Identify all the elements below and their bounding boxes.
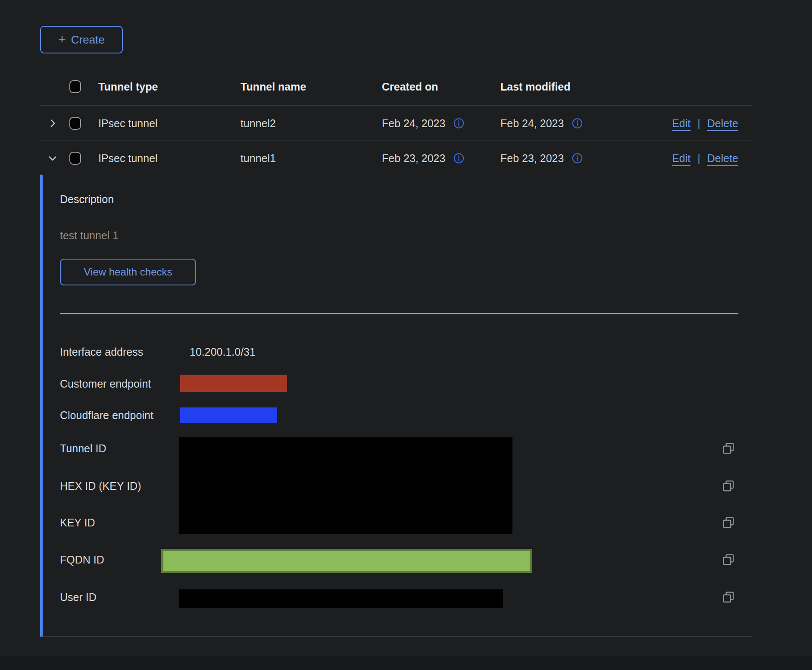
copy-icon (721, 479, 735, 493)
copy-icon (721, 516, 735, 529)
expanded-tunnel-details: Description test tunnel 1 View health ch… (40, 175, 752, 637)
created-on-value: Feb 24, 2023 (382, 117, 445, 129)
customer-endpoint-redacted-value (180, 375, 287, 392)
copy-icon (721, 590, 735, 604)
cloudflare-endpoint-redacted-value (180, 407, 277, 423)
column-header-tunnel-type: Tunnel type (98, 81, 158, 93)
column-header-created-on: Created on (382, 81, 438, 93)
info-icon[interactable] (453, 153, 465, 164)
info-icon[interactable] (453, 117, 465, 129)
customer-endpoint-label: Customer endpoint (60, 378, 151, 390)
copy-fqdn-id-button[interactable] (721, 553, 735, 567)
chevron-down-icon (47, 153, 58, 164)
fqdn-id-redacted-value (161, 549, 532, 573)
interface-address-value: 10.200.1.0/31 (190, 346, 256, 358)
cloudflare-endpoint-label: Cloudflare endpoint (60, 409, 153, 422)
interface-address-label: Interface address (60, 346, 143, 358)
delete-link[interactable]: Delete (707, 117, 738, 129)
view-health-checks-button[interactable]: View health checks (60, 259, 196, 285)
edit-link[interactable]: Edit (672, 117, 690, 129)
actions-separator: | (697, 152, 700, 165)
tunnel-type-cell: IPsec tunnel (98, 152, 158, 165)
last-modified-value: Feb 24, 2023 (500, 117, 564, 129)
info-icon[interactable] (572, 153, 583, 164)
table-row: IPsec tunnel tunnel1 Feb 23, 2023 Feb 23… (40, 141, 752, 175)
tunnel-name-cell: tunnel2 (240, 117, 276, 129)
expand-row-button[interactable] (46, 117, 59, 130)
copy-key-id-button[interactable] (721, 516, 735, 529)
copy-user-id-button[interactable] (721, 590, 735, 604)
user-id-redacted-value (179, 589, 503, 608)
view-health-checks-label: View health checks (84, 266, 172, 278)
delete-link[interactable]: Delete (707, 152, 738, 165)
fqdn-id-label: FQDN ID (60, 554, 104, 566)
user-id-label: User ID (60, 591, 97, 604)
table-header-row: Tunnel type Tunnel name Created on Last … (40, 68, 752, 106)
bottom-edge-band (0, 656, 812, 670)
created-on-cell: Feb 24, 2023 (382, 117, 465, 129)
description-value: test tunnel 1 (60, 229, 119, 242)
created-on-cell: Feb 23, 2023 (382, 152, 465, 165)
select-all-checkbox[interactable] (69, 80, 81, 93)
divider (60, 313, 738, 314)
ids-redacted-value (179, 437, 512, 534)
created-on-value: Feb 23, 2023 (382, 152, 445, 165)
last-modified-value: Feb 23, 2023 (500, 152, 564, 165)
column-header-last-modified: Last modified (500, 81, 571, 93)
table-row: IPsec tunnel tunnel2 Feb 24, 2023 Feb 24… (40, 106, 752, 141)
column-header-tunnel-name: Tunnel name (240, 81, 306, 93)
info-icon[interactable] (572, 117, 583, 129)
last-modified-cell: Feb 24, 2023 (500, 117, 583, 129)
hex-id-label: HEX ID (KEY ID) (60, 480, 141, 492)
copy-icon (721, 553, 735, 567)
row-checkbox[interactable] (69, 152, 81, 165)
tunnel-type-cell: IPsec tunnel (98, 117, 158, 129)
last-modified-cell: Feb 23, 2023 (500, 152, 583, 165)
description-label: Description (60, 193, 114, 206)
edit-link[interactable]: Edit (672, 152, 690, 165)
tunnel-name-cell: tunnel1 (240, 152, 276, 165)
create-button-label: Create (71, 33, 105, 47)
tunnels-page: + Create Tunnel type Tunnel name Created… (0, 0, 812, 670)
copy-tunnel-id-button[interactable] (721, 441, 735, 455)
row-actions: Edit | Delete (672, 152, 738, 165)
create-button[interactable]: + Create (40, 26, 123, 53)
plus-icon: + (58, 33, 66, 46)
row-checkbox[interactable] (69, 117, 81, 130)
actions-separator: | (697, 117, 700, 129)
collapse-row-button[interactable] (46, 152, 59, 165)
row-actions: Edit | Delete (672, 117, 738, 129)
copy-icon (721, 441, 735, 455)
tunnel-id-label: Tunnel ID (60, 442, 106, 455)
key-id-label: KEY ID (60, 517, 95, 529)
copy-hex-id-button[interactable] (721, 479, 735, 493)
chevron-right-icon (47, 118, 58, 129)
tunnels-table: Tunnel type Tunnel name Created on Last … (40, 68, 752, 175)
